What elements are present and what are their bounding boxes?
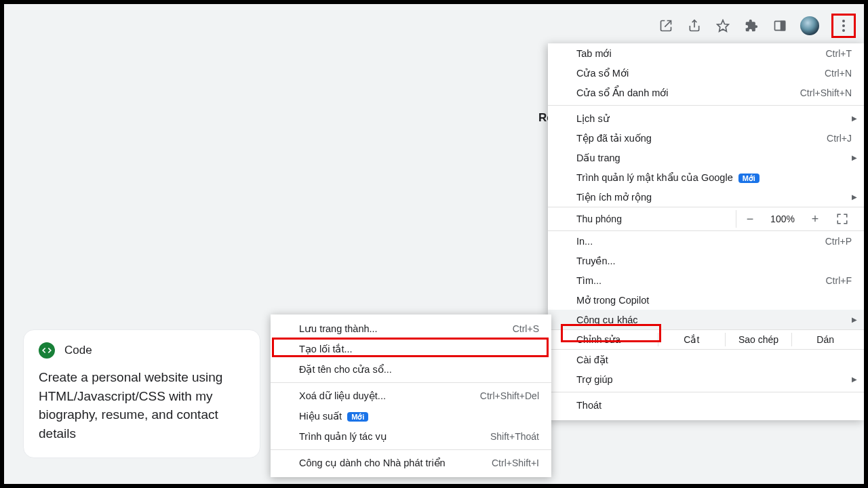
browser-toolbar [658,14,856,38]
menu-history[interactable]: Lịch sử▶ [548,108,864,128]
more-menu-button[interactable] [831,14,856,38]
menu-password-manager[interactable]: Trình quản lý mật khẩu của GoogleMới [548,167,864,187]
card-title: Code [64,344,92,357]
menu-print[interactable]: In...Ctrl+P [548,231,864,251]
code-icon [39,342,55,359]
menu-edit-row: Chỉnh sửa Cắt Sao chép Dán [548,329,864,350]
menu-more-tools[interactable]: Công cụ khác▶ [548,310,864,329]
share-icon[interactable] [686,18,703,34]
zoom-out-button[interactable]: − [736,212,764,226]
fullscreen-icon[interactable] [829,213,856,225]
card-description: Create a personal website using HTML/Jav… [39,368,245,443]
menu-bookmarks[interactable]: Dấu trang▶ [548,148,864,167]
submenu-create-shortcut[interactable]: Tạo lối tắt... [271,339,551,359]
paste-button[interactable]: Dán [791,333,859,346]
more-vertical-icon [842,20,845,32]
menu-exit[interactable]: Thoát [548,395,864,415]
zoom-label: Thu phóng [576,214,736,224]
profile-avatar[interactable] [800,16,819,35]
svg-marker-0 [717,20,729,32]
submenu-task-manager[interactable]: Trình quản lý tác vụShift+Thoát [271,426,551,447]
menu-extensions[interactable]: Tiện ích mở rộng▶ [548,187,864,207]
submenu-name-window[interactable]: Đặt tên cho cửa sổ... [271,359,551,380]
submenu-clear-data[interactable]: Xoá dữ liệu duyệt...Ctrl+Shift+Del [271,386,551,406]
more-tools-submenu: Lưu trang thành...Ctrl+S Tạo lối tắt... … [271,314,551,477]
extensions-icon[interactable] [743,18,760,34]
menu-settings[interactable]: Cài đặt [548,350,864,369]
side-panel-icon[interactable] [772,18,788,34]
submenu-save-page[interactable]: Lưu trang thành...Ctrl+S [271,319,551,339]
copy-button[interactable]: Sao chép [725,333,792,346]
svg-rect-3 [781,21,785,30]
main-context-menu: Tab mớiCtrl+T Cửa sổ MớiCtrl+N Cửa sổ Ẩn… [548,43,864,420]
cut-button[interactable]: Cắt [658,333,725,346]
menu-new-window[interactable]: Cửa sổ MớiCtrl+N [548,63,864,83]
menu-find[interactable]: Tìm...Ctrl+F [548,270,864,290]
zoom-in-button[interactable]: + [802,212,829,226]
submenu-performance[interactable]: Hiệu suấtMới [271,406,551,426]
edit-label: Chỉnh sửa [576,334,658,345]
menu-open-copilot[interactable]: Mở trong Copilot [548,290,864,310]
menu-cast[interactable]: Truyền... [548,251,864,270]
submenu-dev-tools[interactable]: Công cụ dành cho Nhà phát triểnCtrl+Shif… [271,453,551,473]
menu-help[interactable]: Trợ giúp▶ [548,369,864,389]
menu-downloads[interactable]: Tệp đã tải xuốngCtrl+J [548,128,864,148]
open-in-new-icon[interactable] [658,18,674,34]
zoom-value: 100% [764,214,802,224]
star-icon[interactable] [715,18,731,34]
menu-new-tab[interactable]: Tab mớiCtrl+T [548,43,864,63]
menu-incognito[interactable]: Cửa sổ Ẩn danh mớiCtrl+Shift+N [548,83,864,102]
suggestion-card[interactable]: Code Create a personal website using HTM… [23,329,260,458]
menu-zoom-row: Thu phóng − 100% + [548,207,864,231]
